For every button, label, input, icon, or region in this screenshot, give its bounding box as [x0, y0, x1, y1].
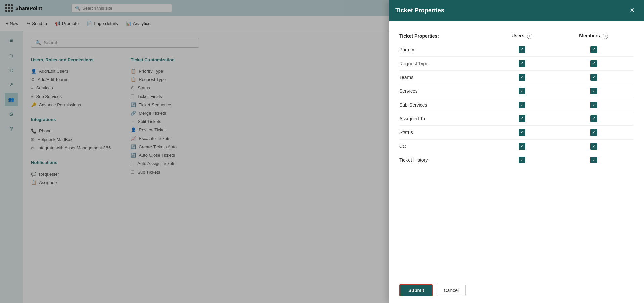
property-cell: Status [399, 125, 490, 139]
table-row: CC✓✓ [399, 139, 633, 153]
checkbox-checked-icon[interactable]: ✓ [519, 60, 525, 67]
cancel-button[interactable]: Cancel [437, 285, 466, 296]
table-row: Status✓✓ [399, 125, 633, 139]
table-row: Teams✓✓ [399, 70, 633, 84]
users-check-cell[interactable]: ✓ [490, 70, 554, 84]
checkbox-checked-icon[interactable]: ✓ [590, 157, 597, 163]
checkbox-checked-icon[interactable]: ✓ [519, 143, 525, 150]
members-check-cell[interactable]: ✓ [554, 98, 633, 112]
checkbox-checked-icon[interactable]: ✓ [519, 115, 525, 122]
checkbox-checked-icon[interactable]: ✓ [590, 88, 597, 94]
checkbox-checked-icon[interactable]: ✓ [590, 46, 597, 53]
members-info-icon[interactable]: i [603, 34, 608, 39]
members-check-cell[interactable]: ✓ [554, 153, 633, 167]
checkbox-checked-icon[interactable]: ✓ [519, 88, 525, 94]
table-row: Ticket History✓✓ [399, 153, 633, 167]
table-row: Request Type✓✓ [399, 56, 633, 70]
checkbox-checked-icon[interactable]: ✓ [590, 74, 597, 81]
members-check-cell[interactable]: ✓ [554, 70, 633, 84]
properties-table: Ticket Properties: Users i Members i Pri… [399, 30, 633, 167]
property-cell: Teams [399, 70, 490, 84]
property-cell: Assigned To [399, 112, 490, 125]
users-check-cell[interactable]: ✓ [490, 56, 554, 70]
table-row: Services✓✓ [399, 84, 633, 98]
members-check-cell[interactable]: ✓ [554, 125, 633, 139]
users-info-icon[interactable]: i [527, 34, 532, 39]
users-check-cell[interactable]: ✓ [490, 125, 554, 139]
checkbox-checked-icon[interactable]: ✓ [590, 115, 597, 122]
property-cell: Request Type [399, 56, 490, 70]
checkbox-checked-icon[interactable]: ✓ [519, 74, 525, 81]
checkbox-checked-icon[interactable]: ✓ [590, 143, 597, 150]
users-check-cell[interactable]: ✓ [490, 43, 554, 57]
property-cell: Services [399, 84, 490, 98]
checkbox-checked-icon[interactable]: ✓ [519, 129, 525, 136]
users-check-cell[interactable]: ✓ [490, 84, 554, 98]
members-check-cell[interactable]: ✓ [554, 112, 633, 125]
submit-button[interactable]: Submit [399, 284, 433, 296]
ticket-properties-modal: Ticket Properties ✕ Ticket Properties: U… [389, 0, 644, 303]
property-cell: Priority [399, 43, 490, 57]
modal-close-button[interactable]: ✕ [627, 5, 637, 15]
modal-footer: Submit Cancel [389, 277, 644, 303]
users-column-header: Users i [490, 30, 554, 43]
table-row: Sub Services✓✓ [399, 98, 633, 112]
modal-body: Ticket Properties: Users i Members i Pri… [389, 21, 644, 277]
users-check-cell[interactable]: ✓ [490, 98, 554, 112]
users-check-cell[interactable]: ✓ [490, 112, 554, 125]
modal-title: Ticket Properties [395, 7, 444, 14]
property-cell: Ticket History [399, 153, 490, 167]
members-check-cell[interactable]: ✓ [554, 84, 633, 98]
checkbox-checked-icon[interactable]: ✓ [590, 129, 597, 136]
table-row: Priority✓✓ [399, 43, 633, 57]
members-check-cell[interactable]: ✓ [554, 56, 633, 70]
checkbox-checked-icon[interactable]: ✓ [519, 157, 525, 163]
table-row: Assigned To✓✓ [399, 112, 633, 125]
members-check-cell[interactable]: ✓ [554, 139, 633, 153]
members-column-header: Members i [554, 30, 633, 43]
users-check-cell[interactable]: ✓ [490, 139, 554, 153]
checkbox-checked-icon[interactable]: ✓ [590, 60, 597, 67]
users-check-cell[interactable]: ✓ [490, 153, 554, 167]
checkbox-checked-icon[interactable]: ✓ [590, 102, 597, 108]
property-cell: CC [399, 139, 490, 153]
prop-column-header: Ticket Properties: [399, 30, 490, 43]
modal-header: Ticket Properties ✕ [389, 0, 644, 21]
property-cell: Sub Services [399, 98, 490, 112]
checkbox-checked-icon[interactable]: ✓ [519, 102, 525, 108]
members-check-cell[interactable]: ✓ [554, 43, 633, 57]
checkbox-checked-icon[interactable]: ✓ [519, 46, 525, 53]
